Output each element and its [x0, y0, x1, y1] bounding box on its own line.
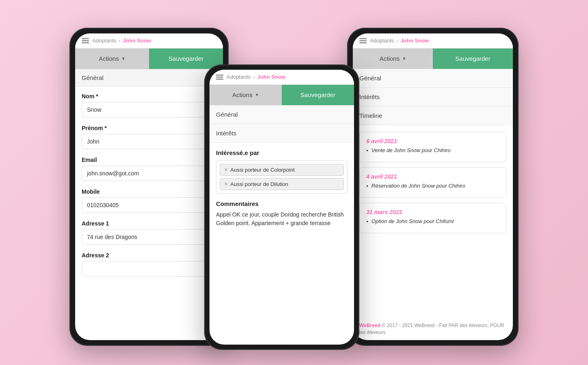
actions-button-center[interactable]: Actions ▼	[209, 85, 282, 105]
comments-subsection: Commentaires Appel OK ce jour, couple Do…	[216, 200, 347, 228]
tag-label-dilution: Aussi porteur de Dilution	[230, 181, 288, 187]
adresse1-input[interactable]: 74 rue des Dragons	[82, 229, 216, 245]
timeline-card-1: 6 avril 2021 • Vente de John Snow pour C…	[359, 132, 506, 162]
actions-button[interactable]: Actions ▼	[75, 49, 149, 69]
interests-label: Intéressé.e par	[216, 149, 347, 156]
footer-text: © 2017 - 2021 WeBreed - Fait PAR des éle…	[359, 323, 504, 335]
tag-colorpoint[interactable]: ✕ Aussi porteur de Colorpoint	[220, 164, 344, 176]
adresse2-label: Adresse 2	[82, 252, 216, 259]
save-button[interactable]: Sauvegarder	[149, 49, 223, 69]
hamburger-icon-center[interactable]	[215, 74, 224, 80]
caret-icon: ▼	[121, 56, 125, 61]
tag-remove-icon[interactable]: ✕	[224, 167, 228, 173]
adresse2-input[interactable]: ​	[82, 261, 216, 277]
timeline-date-3: 31 mars 2021	[366, 209, 499, 215]
phone-center: Adoptants › John Snow Actions ▼ Sauvegar…	[204, 64, 359, 350]
nav-sections-center: Général Intérêts	[209, 105, 354, 143]
timeline-item-1: • Vente de John Snow pour Chihiro	[366, 147, 499, 155]
general-section-header: Général	[75, 69, 223, 86]
hamburger-icon-right[interactable]	[359, 38, 368, 44]
nav-interets-center[interactable]: Intérêts	[209, 124, 354, 143]
breadcrumb-current-right: John Snow	[401, 38, 429, 44]
nom-input[interactable]: Snow	[82, 102, 216, 117]
tag-label-colorpoint: Aussi porteur de Colorpoint	[230, 167, 295, 173]
timeline-card-2: 4 avril 2021 • Réservation de John Snow …	[359, 167, 506, 198]
bullet-icon-2: •	[366, 183, 368, 190]
phone-right: Adoptants › John Snow Actions ▼ Sauvegar…	[347, 28, 519, 346]
tag-dilution[interactable]: ✕ Aussi porteur de Dilution	[220, 178, 344, 190]
nav-interets-right[interactable]: Intérêts	[353, 88, 513, 106]
breadcrumb-sep-center: ›	[253, 74, 255, 80]
timeline-item-3: • Option de John Snow pour Chifumi	[366, 218, 499, 226]
save-button-center[interactable]: Sauvegarder	[282, 85, 354, 105]
nav-sections-right: Général Intérêts Timeline	[353, 69, 513, 125]
adresse1-field: Adresse 1 74 rue des Dragons	[82, 220, 216, 245]
comment-text: Appel OK ce jour, couple Dordog recherch…	[216, 210, 347, 228]
adresse1-label: Adresse 1	[82, 220, 216, 227]
action-bar-center: Actions ▼ Sauvegarder	[209, 85, 354, 105]
breadcrumb-bar: Adoptants › John Snow	[75, 33, 223, 49]
form-content: Nom * Snow Prénom * John Email john.snow…	[75, 86, 223, 340]
caret-icon-center: ▼	[255, 93, 259, 97]
nom-field: Nom * Snow	[82, 93, 216, 117]
breadcrumb-sep-right: ›	[396, 38, 398, 44]
email-input[interactable]: john.snow@got.com	[82, 166, 216, 181]
breadcrumb-parent-right: Adoptants	[370, 38, 394, 44]
save-button-right[interactable]: Sauvegarder	[433, 49, 513, 69]
email-field: Email john.snow@got.com	[82, 157, 216, 181]
interests-content: Intéressé.e par ✕ Aussi porteur de Color…	[209, 143, 354, 345]
breadcrumb-bar-center: Adoptants › John Snow	[209, 70, 354, 85]
timeline-date-1: 6 avril 2021	[366, 138, 499, 144]
email-label: Email	[82, 157, 216, 163]
prenom-field: Prénom * John	[82, 125, 216, 149]
timeline-date-2: 4 avril 2021	[366, 173, 499, 180]
comments-label: Commentaires	[216, 200, 347, 207]
nom-label: Nom *	[82, 93, 216, 100]
breadcrumb-current-center: John Snow	[257, 74, 285, 80]
timeline-content: 6 avril 2021 • Vente de John Snow pour C…	[353, 125, 513, 318]
bullet-icon-1: •	[366, 147, 368, 155]
breadcrumb-parent-center: Adoptants	[227, 74, 251, 80]
nav-general-center[interactable]: Général	[209, 105, 354, 124]
breadcrumb-separator: ›	[119, 38, 120, 44]
nav-timeline-right[interactable]: Timeline	[353, 106, 513, 125]
nav-general-right[interactable]: Général	[353, 69, 513, 88]
timeline-card-3: 31 mars 2021 • Option de John Snow pour …	[359, 203, 506, 233]
mobile-input[interactable]: 0102030405	[82, 197, 216, 213]
footer-webreed: WeBreed	[359, 323, 381, 328]
action-bar-right: Actions ▼ Sauvegarder	[353, 49, 513, 69]
action-bar: Actions ▼ Sauvegarder	[75, 49, 223, 69]
breadcrumb-bar-right: Adoptants › John Snow	[353, 33, 513, 49]
interests-subsection: Intéressé.e par ✕ Aussi porteur de Color…	[216, 149, 347, 194]
adresse2-field: Adresse 2 ​	[82, 252, 216, 277]
actions-button-right[interactable]: Actions ▼	[353, 49, 433, 69]
breadcrumb-current: John Snow	[123, 38, 151, 44]
timeline-item-2: • Réservation de John Snow pour Chihiro	[366, 182, 499, 190]
app-footer: WeBreed © 2017 - 2021 WeBreed - Fait PAR…	[353, 318, 513, 340]
caret-icon-right: ▼	[402, 56, 406, 61]
hamburger-icon[interactable]	[81, 38, 90, 44]
prenom-input[interactable]: John	[82, 134, 216, 149]
tag-remove-icon-2[interactable]: ✕	[224, 181, 228, 187]
bullet-icon-3: •	[366, 218, 368, 226]
mobile-label: Mobile	[82, 188, 216, 195]
breadcrumb-parent: Adoptants	[92, 38, 116, 44]
tags-container: ✕ Aussi porteur de Colorpoint ✕ Aussi po…	[216, 160, 347, 194]
mobile-field: Mobile 0102030405	[82, 188, 216, 213]
prenom-label: Prénom *	[82, 125, 216, 131]
